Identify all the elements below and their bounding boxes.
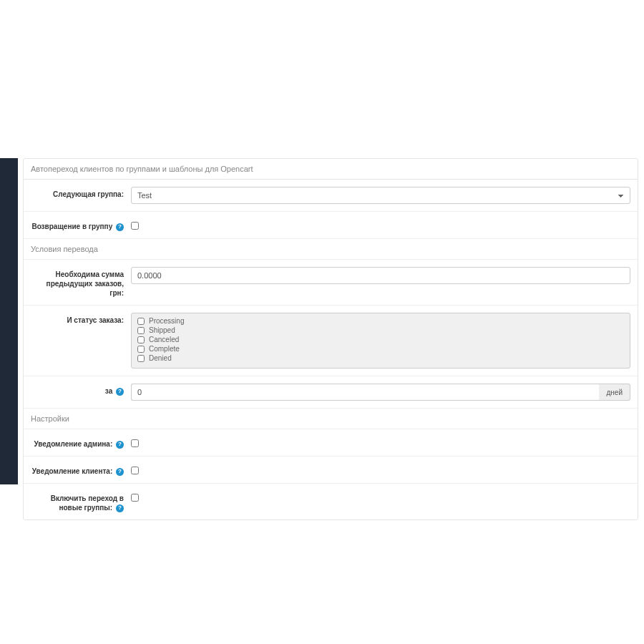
required-sum-row: Необходима сумма предыдущих заказов, грн…: [24, 260, 638, 306]
status-checkbox[interactable]: [137, 327, 145, 334]
status-option[interactable]: Processing: [137, 316, 624, 326]
status-option[interactable]: Denied: [137, 353, 624, 363]
admin-notify-label: Уведомление админа: ?: [31, 436, 131, 449]
help-icon[interactable]: ?: [116, 468, 124, 476]
return-group-checkbox[interactable]: [131, 222, 139, 230]
next-group-label: Следующая группа:: [31, 187, 131, 199]
client-notify-row: Уведомление клиента: ?: [24, 457, 638, 484]
order-status-label: И статус заказа:: [31, 313, 131, 325]
next-group-select[interactable]: Test: [131, 187, 630, 204]
required-sum-input[interactable]: [131, 267, 630, 284]
help-icon[interactable]: ?: [116, 223, 124, 231]
status-option[interactable]: Complete: [137, 344, 624, 353]
enable-transition-row: Включить переход в новые группы: ?: [24, 484, 638, 519]
panel-title: Автопереход клиентов по группами и шабло…: [24, 159, 638, 180]
status-checkbox[interactable]: [137, 346, 145, 353]
status-option[interactable]: Canceled: [137, 335, 624, 344]
status-checkbox[interactable]: [137, 318, 145, 325]
settings-panel: Автопереход клиентов по группами и шабло…: [23, 158, 638, 520]
status-listbox[interactable]: Processing Shipped Canceled Complete: [131, 313, 630, 369]
return-group-row: Возвращение в группу ?: [24, 212, 638, 239]
main-content: Автопереход клиентов по группами и шабло…: [23, 158, 638, 520]
enable-transition-checkbox[interactable]: [131, 494, 139, 502]
period-label: за ?: [31, 384, 131, 396]
help-icon[interactable]: ?: [116, 504, 124, 512]
return-group-label: Возвращение в группу ?: [31, 219, 131, 231]
client-notify-label: Уведомление клиента: ?: [31, 464, 131, 476]
client-notify-checkbox[interactable]: [131, 467, 139, 474]
order-status-row: И статус заказа: Processing Shipped Canc…: [24, 306, 638, 376]
period-row: за ? дней: [24, 376, 638, 409]
enable-transition-label: Включить переход в новые группы: ?: [31, 491, 131, 512]
required-sum-label: Необходима сумма предыдущих заказов, грн…: [31, 267, 131, 298]
collapsed-sidebar: [0, 158, 18, 484]
period-unit: дней: [599, 384, 630, 401]
admin-notify-row: Уведомление админа: ?: [24, 429, 638, 457]
conditions-heading: Условия перевода: [24, 239, 638, 260]
admin-notify-checkbox[interactable]: [131, 439, 139, 447]
period-input[interactable]: [131, 384, 599, 401]
status-option[interactable]: Shipped: [137, 326, 624, 335]
status-checkbox[interactable]: [137, 355, 145, 362]
help-icon[interactable]: ?: [116, 441, 124, 449]
settings-heading: Настройки: [24, 409, 638, 429]
status-checkbox[interactable]: [137, 336, 145, 343]
help-icon[interactable]: ?: [116, 388, 124, 396]
next-group-row: Следующая группа: Test: [24, 180, 638, 212]
